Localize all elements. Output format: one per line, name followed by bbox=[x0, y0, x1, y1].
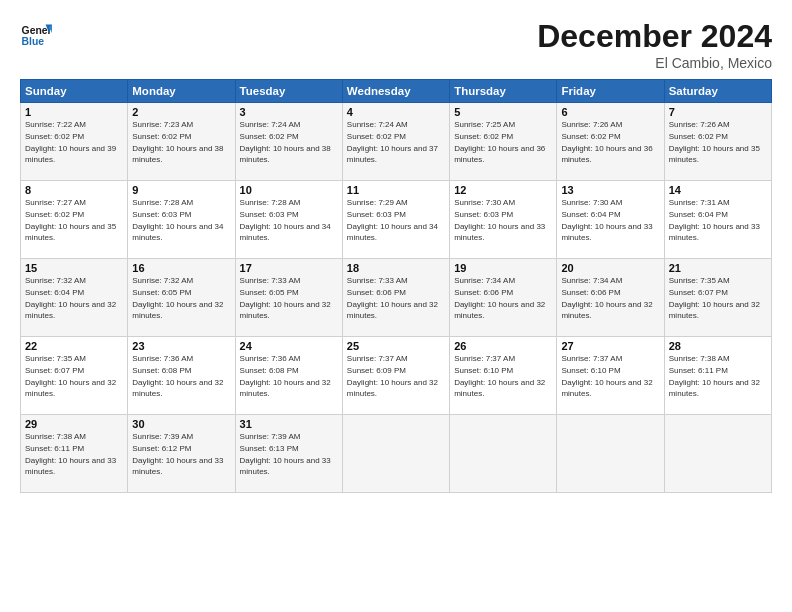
page: General Blue December 2024 El Cambio, Me… bbox=[0, 0, 792, 612]
day-number: 13 bbox=[561, 184, 659, 196]
day-info: Sunrise: 7:34 AMSunset: 6:06 PMDaylight:… bbox=[454, 276, 545, 320]
calendar-cell bbox=[342, 415, 449, 493]
calendar-title: December 2024 bbox=[537, 18, 772, 55]
calendar-cell: 24 Sunrise: 7:36 AMSunset: 6:08 PMDaylig… bbox=[235, 337, 342, 415]
day-number: 11 bbox=[347, 184, 445, 196]
day-info: Sunrise: 7:32 AMSunset: 6:04 PMDaylight:… bbox=[25, 276, 116, 320]
col-thursday: Thursday bbox=[450, 80, 557, 103]
day-info: Sunrise: 7:22 AMSunset: 6:02 PMDaylight:… bbox=[25, 120, 116, 164]
col-monday: Monday bbox=[128, 80, 235, 103]
col-tuesday: Tuesday bbox=[235, 80, 342, 103]
col-sunday: Sunday bbox=[21, 80, 128, 103]
calendar-week-4: 22 Sunrise: 7:35 AMSunset: 6:07 PMDaylig… bbox=[21, 337, 772, 415]
day-info: Sunrise: 7:26 AMSunset: 6:02 PMDaylight:… bbox=[669, 120, 760, 164]
calendar-cell: 19 Sunrise: 7:34 AMSunset: 6:06 PMDaylig… bbox=[450, 259, 557, 337]
day-info: Sunrise: 7:36 AMSunset: 6:08 PMDaylight:… bbox=[240, 354, 331, 398]
day-number: 19 bbox=[454, 262, 552, 274]
calendar-cell: 31 Sunrise: 7:39 AMSunset: 6:13 PMDaylig… bbox=[235, 415, 342, 493]
day-number: 2 bbox=[132, 106, 230, 118]
calendar-table: Sunday Monday Tuesday Wednesday Thursday… bbox=[20, 79, 772, 493]
day-info: Sunrise: 7:32 AMSunset: 6:05 PMDaylight:… bbox=[132, 276, 223, 320]
day-info: Sunrise: 7:28 AMSunset: 6:03 PMDaylight:… bbox=[132, 198, 223, 242]
day-number: 22 bbox=[25, 340, 123, 352]
day-info: Sunrise: 7:37 AMSunset: 6:09 PMDaylight:… bbox=[347, 354, 438, 398]
day-number: 1 bbox=[25, 106, 123, 118]
day-number: 4 bbox=[347, 106, 445, 118]
day-info: Sunrise: 7:38 AMSunset: 6:11 PMDaylight:… bbox=[25, 432, 116, 476]
calendar-cell: 8 Sunrise: 7:27 AMSunset: 6:02 PMDayligh… bbox=[21, 181, 128, 259]
day-info: Sunrise: 7:30 AMSunset: 6:03 PMDaylight:… bbox=[454, 198, 545, 242]
day-info: Sunrise: 7:34 AMSunset: 6:06 PMDaylight:… bbox=[561, 276, 652, 320]
col-wednesday: Wednesday bbox=[342, 80, 449, 103]
day-number: 8 bbox=[25, 184, 123, 196]
day-number: 9 bbox=[132, 184, 230, 196]
day-info: Sunrise: 7:24 AMSunset: 6:02 PMDaylight:… bbox=[347, 120, 438, 164]
day-number: 25 bbox=[347, 340, 445, 352]
calendar-cell: 22 Sunrise: 7:35 AMSunset: 6:07 PMDaylig… bbox=[21, 337, 128, 415]
day-number: 30 bbox=[132, 418, 230, 430]
calendar-cell: 10 Sunrise: 7:28 AMSunset: 6:03 PMDaylig… bbox=[235, 181, 342, 259]
calendar-cell: 4 Sunrise: 7:24 AMSunset: 6:02 PMDayligh… bbox=[342, 103, 449, 181]
day-number: 18 bbox=[347, 262, 445, 274]
day-info: Sunrise: 7:26 AMSunset: 6:02 PMDaylight:… bbox=[561, 120, 652, 164]
day-number: 10 bbox=[240, 184, 338, 196]
day-number: 14 bbox=[669, 184, 767, 196]
day-info: Sunrise: 7:28 AMSunset: 6:03 PMDaylight:… bbox=[240, 198, 331, 242]
logo-icon: General Blue bbox=[20, 18, 52, 50]
day-number: 5 bbox=[454, 106, 552, 118]
calendar-cell: 3 Sunrise: 7:24 AMSunset: 6:02 PMDayligh… bbox=[235, 103, 342, 181]
title-block: December 2024 El Cambio, Mexico bbox=[537, 18, 772, 71]
calendar-cell: 17 Sunrise: 7:33 AMSunset: 6:05 PMDaylig… bbox=[235, 259, 342, 337]
day-info: Sunrise: 7:30 AMSunset: 6:04 PMDaylight:… bbox=[561, 198, 652, 242]
day-info: Sunrise: 7:33 AMSunset: 6:05 PMDaylight:… bbox=[240, 276, 331, 320]
calendar-week-2: 8 Sunrise: 7:27 AMSunset: 6:02 PMDayligh… bbox=[21, 181, 772, 259]
day-info: Sunrise: 7:35 AMSunset: 6:07 PMDaylight:… bbox=[25, 354, 116, 398]
day-info: Sunrise: 7:33 AMSunset: 6:06 PMDaylight:… bbox=[347, 276, 438, 320]
calendar-cell bbox=[664, 415, 771, 493]
day-number: 16 bbox=[132, 262, 230, 274]
calendar-cell: 23 Sunrise: 7:36 AMSunset: 6:08 PMDaylig… bbox=[128, 337, 235, 415]
day-info: Sunrise: 7:23 AMSunset: 6:02 PMDaylight:… bbox=[132, 120, 223, 164]
day-number: 23 bbox=[132, 340, 230, 352]
day-info: Sunrise: 7:38 AMSunset: 6:11 PMDaylight:… bbox=[669, 354, 760, 398]
day-info: Sunrise: 7:39 AMSunset: 6:12 PMDaylight:… bbox=[132, 432, 223, 476]
calendar-cell: 5 Sunrise: 7:25 AMSunset: 6:02 PMDayligh… bbox=[450, 103, 557, 181]
calendar-subtitle: El Cambio, Mexico bbox=[537, 55, 772, 71]
day-number: 17 bbox=[240, 262, 338, 274]
day-info: Sunrise: 7:37 AMSunset: 6:10 PMDaylight:… bbox=[454, 354, 545, 398]
calendar-cell bbox=[450, 415, 557, 493]
day-number: 6 bbox=[561, 106, 659, 118]
day-info: Sunrise: 7:31 AMSunset: 6:04 PMDaylight:… bbox=[669, 198, 760, 242]
header-row: Sunday Monday Tuesday Wednesday Thursday… bbox=[21, 80, 772, 103]
calendar-cell: 11 Sunrise: 7:29 AMSunset: 6:03 PMDaylig… bbox=[342, 181, 449, 259]
day-info: Sunrise: 7:35 AMSunset: 6:07 PMDaylight:… bbox=[669, 276, 760, 320]
day-number: 7 bbox=[669, 106, 767, 118]
svg-text:Blue: Blue bbox=[22, 36, 45, 47]
day-number: 20 bbox=[561, 262, 659, 274]
day-number: 15 bbox=[25, 262, 123, 274]
day-info: Sunrise: 7:39 AMSunset: 6:13 PMDaylight:… bbox=[240, 432, 331, 476]
calendar-cell: 14 Sunrise: 7:31 AMSunset: 6:04 PMDaylig… bbox=[664, 181, 771, 259]
day-number: 28 bbox=[669, 340, 767, 352]
calendar-cell: 25 Sunrise: 7:37 AMSunset: 6:09 PMDaylig… bbox=[342, 337, 449, 415]
calendar-cell: 12 Sunrise: 7:30 AMSunset: 6:03 PMDaylig… bbox=[450, 181, 557, 259]
calendar-cell: 15 Sunrise: 7:32 AMSunset: 6:04 PMDaylig… bbox=[21, 259, 128, 337]
calendar-week-5: 29 Sunrise: 7:38 AMSunset: 6:11 PMDaylig… bbox=[21, 415, 772, 493]
calendar-week-3: 15 Sunrise: 7:32 AMSunset: 6:04 PMDaylig… bbox=[21, 259, 772, 337]
day-number: 12 bbox=[454, 184, 552, 196]
calendar-cell: 21 Sunrise: 7:35 AMSunset: 6:07 PMDaylig… bbox=[664, 259, 771, 337]
day-number: 21 bbox=[669, 262, 767, 274]
day-number: 3 bbox=[240, 106, 338, 118]
day-number: 27 bbox=[561, 340, 659, 352]
calendar-cell: 16 Sunrise: 7:32 AMSunset: 6:05 PMDaylig… bbox=[128, 259, 235, 337]
calendar-cell: 18 Sunrise: 7:33 AMSunset: 6:06 PMDaylig… bbox=[342, 259, 449, 337]
calendar-cell: 20 Sunrise: 7:34 AMSunset: 6:06 PMDaylig… bbox=[557, 259, 664, 337]
calendar-cell: 1 Sunrise: 7:22 AMSunset: 6:02 PMDayligh… bbox=[21, 103, 128, 181]
day-info: Sunrise: 7:27 AMSunset: 6:02 PMDaylight:… bbox=[25, 198, 116, 242]
header: General Blue December 2024 El Cambio, Me… bbox=[20, 18, 772, 71]
day-info: Sunrise: 7:25 AMSunset: 6:02 PMDaylight:… bbox=[454, 120, 545, 164]
calendar-cell: 7 Sunrise: 7:26 AMSunset: 6:02 PMDayligh… bbox=[664, 103, 771, 181]
col-friday: Friday bbox=[557, 80, 664, 103]
logo: General Blue bbox=[20, 18, 52, 50]
calendar-cell bbox=[557, 415, 664, 493]
